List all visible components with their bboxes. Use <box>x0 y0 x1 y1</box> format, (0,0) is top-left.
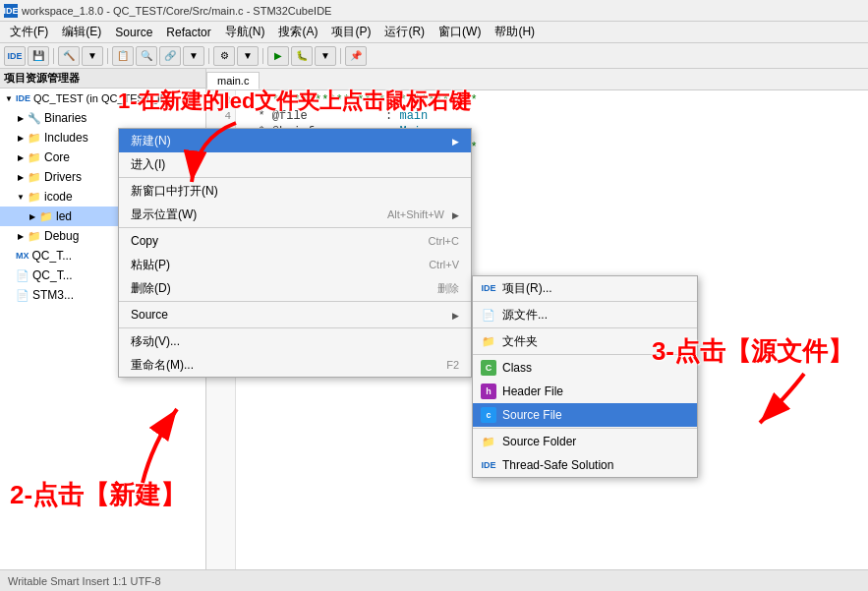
toolbar-dropdown-1[interactable]: ▼ <box>82 46 103 66</box>
folder-icon: 📁 <box>481 333 496 349</box>
toolbar-btn-6[interactable]: 🐛 <box>291 46 313 66</box>
ctx-source-label: Source <box>131 308 168 322</box>
expand-icon: ▶ <box>16 133 26 143</box>
toolbar-btn-4[interactable]: 🔗 <box>159 46 181 66</box>
toolbar-btn-3[interactable]: 🔍 <box>136 46 157 66</box>
ctx-new[interactable]: 新建(N) <box>119 129 471 152</box>
tree-label: QC_T... <box>32 268 73 282</box>
ctx-rename-shortcut: F2 <box>446 359 459 371</box>
ctx-copy[interactable]: Copy Ctrl+C <box>119 229 471 253</box>
code-line: * ***************************** <box>244 92 478 108</box>
menu-bar: 文件(F) 编辑(E) Source Refactor 导航(N) 搜索(A) … <box>0 22 868 43</box>
expand-icon: ▼ <box>16 192 26 202</box>
project-name: QC_TEST (in QC_TEST_IE) <box>33 92 171 104</box>
sub-ctx-label: Thread-Safe Solution <box>502 458 613 472</box>
sub-ctx-source-folder[interactable]: 📁 Source Folder <box>473 430 697 453</box>
toolbar-save[interactable]: 💾 <box>28 46 49 66</box>
header-icon: h <box>481 384 496 399</box>
toolbar-dropdown-3[interactable]: ▼ <box>237 46 259 66</box>
ctx-open-new-window[interactable]: 新窗口中打开(N) <box>119 179 471 203</box>
tree-project-root[interactable]: ▼ IDE QC_TEST (in QC_TEST_IE) <box>0 89 205 108</box>
menu-help[interactable]: 帮助(H) <box>489 22 541 42</box>
ctx-paste[interactable]: 粘贴(P) Ctrl+V <box>119 253 471 276</box>
toolbar-btn-7[interactable]: 📌 <box>345 46 367 66</box>
menu-navigate[interactable]: 导航(N) <box>219 22 271 42</box>
menu-source[interactable]: Source <box>109 24 158 41</box>
sub-ctx-class[interactable]: C Class <box>473 356 697 380</box>
toolbar: IDE 💾 🔨 ▼ 📋 🔍 🔗 ▼ ⚙ ▼ ▶ 🐛 ▼ 📌 <box>0 43 868 69</box>
toolbar-sep-2 <box>107 48 108 64</box>
ctx-delete-label: 删除(D) <box>131 280 171 297</box>
line-num: 3 <box>206 92 231 108</box>
ctx-show-location[interactable]: 显示位置(W) Alt+Shift+W <box>119 203 471 226</box>
toolbar-sep-5 <box>340 48 341 64</box>
toolbar-btn-2[interactable]: 📋 <box>112 46 134 66</box>
line-num: 4 <box>206 108 231 124</box>
menu-file[interactable]: 文件(F) <box>4 22 54 42</box>
source-icon: c <box>481 407 496 423</box>
sub-ctx-label: Header File <box>502 384 563 398</box>
sub-sep-4 <box>473 428 697 429</box>
sub-ctx-project[interactable]: IDE 项目(R)... <box>473 276 697 300</box>
menu-edit[interactable]: 编辑(E) <box>56 22 107 42</box>
ctx-delete-shortcut: 删除 <box>437 281 459 296</box>
tree-label: Binaries <box>44 111 87 125</box>
menu-window[interactable]: 窗口(W) <box>433 22 487 42</box>
sub-ctx-thread-safe[interactable]: IDE Thread-Safe Solution <box>473 453 697 477</box>
tree-label: icode <box>44 190 73 204</box>
sub-ctx-source-file-top[interactable]: 📄 源文件... <box>473 303 697 326</box>
sub-ctx-header-file[interactable]: h Header File <box>473 380 697 403</box>
expand-icon: ▶ <box>28 211 37 221</box>
toolbar-btn-1[interactable]: 🔨 <box>58 46 80 66</box>
menu-search[interactable]: 搜索(A) <box>272 22 323 42</box>
sub-sep-3 <box>473 354 697 355</box>
expand-icon: ▶ <box>16 172 26 182</box>
sub-ctx-label: 项目(R)... <box>502 280 552 297</box>
tab-main-c[interactable]: main.c <box>206 72 260 89</box>
toolbar-dropdown-2[interactable]: ▼ <box>183 46 204 66</box>
ctx-open-label: 新窗口中打开(N) <box>131 183 218 200</box>
ctx-sep-2 <box>119 227 471 228</box>
panel-title: 项目资源管理器 <box>4 71 80 86</box>
ctx-show-shortcut: Alt+Shift+W <box>387 208 444 220</box>
status-bar: Writable Smart Insert 1:1 UTF-8 <box>0 569 868 591</box>
ctx-sep-4 <box>119 327 471 328</box>
toolbar-sep-1 <box>53 48 54 64</box>
ctx-enter[interactable]: 进入(I) <box>119 152 471 176</box>
expand-icon: ▼ <box>4 93 14 103</box>
context-menu: 新建(N) 进入(I) 新窗口中打开(N) 显示位置(W) Alt+Shift+… <box>118 128 472 378</box>
toolbar-dropdown-4[interactable]: ▼ <box>315 46 336 66</box>
sub-ctx-source-file[interactable]: c Source File <box>473 403 697 427</box>
title-bar: IDE workspace_1.8.0 - QC_TEST/Core/Src/m… <box>0 0 868 22</box>
ctx-show-label: 显示位置(W) <box>131 207 197 223</box>
menu-refactor[interactable]: Refactor <box>160 24 216 41</box>
sub-ctx-label: 文件夹 <box>502 333 538 350</box>
ctx-show-arrow <box>452 207 459 221</box>
ctx-rename[interactable]: 重命名(M)... F2 <box>119 353 471 377</box>
ctx-delete[interactable]: 删除(D) 删除 <box>119 276 471 300</box>
menu-project[interactable]: 项目(P) <box>325 22 376 42</box>
ctx-paste-shortcut: Ctrl+V <box>429 259 459 270</box>
menu-run[interactable]: 运行(R) <box>378 22 431 42</box>
ctx-move[interactable]: 移动(V)... <box>119 329 471 353</box>
ctx-sep-1 <box>119 177 471 178</box>
toolbar-ide-icon[interactable]: IDE <box>4 46 26 66</box>
toolbar-run[interactable]: ▶ <box>267 46 289 66</box>
ctx-source-arrow <box>452 308 459 322</box>
ctx-rename-label: 重命名(M)... <box>131 357 194 374</box>
toolbar-sep-3 <box>208 48 209 64</box>
toolbar-btn-5[interactable]: ⚙ <box>213 46 235 66</box>
folder2-icon: 📁 <box>481 434 496 449</box>
ctx-move-label: 移动(V)... <box>131 333 180 350</box>
title-text: workspace_1.8.0 - QC_TEST/Core/Src/main.… <box>22 5 331 17</box>
sub-ctx-label: Source Folder <box>502 435 576 448</box>
ctx-sep-3 <box>119 301 471 302</box>
tree-label: Drivers <box>44 170 82 184</box>
tree-label: Core <box>44 150 70 164</box>
ctx-source[interactable]: Source <box>119 303 471 326</box>
tree-label: Includes <box>44 131 88 145</box>
sub-ctx-folder[interactable]: 📁 文件夹 <box>473 329 697 353</box>
panel-header: 项目资源管理器 <box>0 69 205 89</box>
tree-binaries[interactable]: ▶ 🔧 Binaries <box>0 108 205 128</box>
expand-icon: ▶ <box>16 231 26 241</box>
